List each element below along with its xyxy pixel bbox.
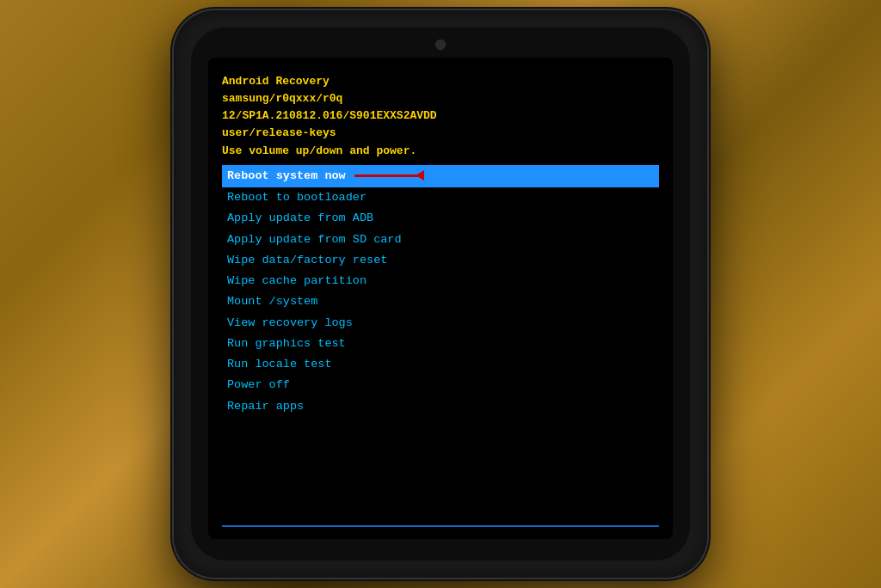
- menu-item-label: Run locale test: [227, 358, 332, 371]
- menu-item-wipe-data[interactable]: Wipe data/factory reset: [222, 250, 659, 271]
- selection-arrow: [354, 175, 423, 177]
- menu-item-repair-apps[interactable]: Repair apps: [222, 396, 659, 417]
- menu-item-label: Power off: [227, 378, 290, 391]
- header-line: Android Recovery: [222, 73, 659, 90]
- menu-item-apply-update-adb[interactable]: Apply update from ADB: [222, 208, 659, 229]
- header-line: Use volume up/down and power.: [222, 143, 659, 160]
- header-info: Android Recoverysamsung/r0qxxx/r0q12/SP1…: [222, 73, 659, 160]
- android-recovery-screen: Android Recoverysamsung/r0qxxx/r0q12/SP1…: [208, 58, 673, 539]
- menu-item-power-off[interactable]: Power off: [222, 375, 659, 395]
- phone-inner-bezel: Android Recoverysamsung/r0qxxx/r0q12/SP1…: [191, 28, 690, 560]
- arrow-line: [354, 175, 423, 177]
- bottom-divider: [222, 525, 659, 527]
- menu-item-label: Apply update from ADB: [227, 211, 373, 224]
- header-line: samsung/r0qxxx/r0q: [222, 90, 659, 107]
- camera-notch: [435, 40, 446, 50]
- menu-item-run-locale[interactable]: Run locale test: [222, 354, 659, 375]
- header-line: 12/SP1A.210812.016/S901EXXS2AVDD: [222, 107, 659, 125]
- wood-background: Android Recoverysamsung/r0qxxx/r0q12/SP1…: [0, 0, 881, 588]
- menu-item-reboot-system[interactable]: Reboot system now: [222, 165, 659, 187]
- menu-item-reboot-bootloader[interactable]: Reboot to bootloader: [222, 187, 659, 208]
- menu-item-label: Run graphics test: [227, 337, 346, 350]
- menu-item-view-recovery[interactable]: View recovery logs: [222, 313, 659, 334]
- menu-item-label: Reboot system now: [227, 167, 346, 186]
- menu-item-apply-update-sd[interactable]: Apply update from SD card: [222, 230, 659, 250]
- menu-item-label: Apply update from SD card: [227, 233, 402, 246]
- menu-item-run-graphics[interactable]: Run graphics test: [222, 334, 659, 354]
- menu-item-label: Wipe cache partition: [227, 274, 367, 287]
- menu-item-wipe-cache[interactable]: Wipe cache partition: [222, 271, 659, 291]
- menu-item-mount-system[interactable]: Mount /system: [222, 291, 659, 312]
- menu-item-label: Reboot to bootloader: [227, 191, 367, 204]
- menu-item-label: Wipe data/factory reset: [227, 254, 387, 266]
- header-line: user/release-keys: [222, 125, 659, 142]
- menu-item-label: Repair apps: [227, 400, 304, 413]
- recovery-menu: Reboot system nowReboot to bootloaderApp…: [222, 165, 659, 417]
- menu-item-label: View recovery logs: [227, 316, 353, 329]
- menu-item-label: Mount /system: [227, 295, 317, 308]
- phone-device: Android Recoverysamsung/r0qxxx/r0q12/SP1…: [174, 10, 707, 578]
